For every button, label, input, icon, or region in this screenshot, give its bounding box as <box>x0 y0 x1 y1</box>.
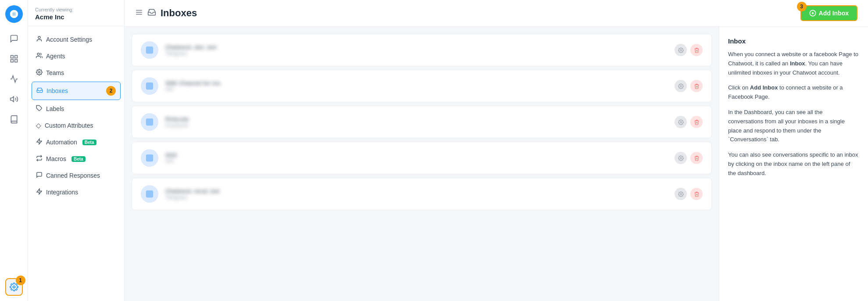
inbox-name: Pickcute <box>165 116 668 122</box>
add-inbox-wrapper: Add Inbox 3 <box>800 5 857 21</box>
inbox-settings-button[interactable] <box>675 152 687 164</box>
integrations-label: Integrations <box>46 189 78 196</box>
inbox-type: Telegram <box>165 50 668 57</box>
svg-rect-1 <box>11 56 13 58</box>
step-badge-1: 1 <box>16 276 25 285</box>
inbox-avatar <box>141 113 158 131</box>
inbox-name: GitX <box>165 152 668 158</box>
info-panel-p2: Click on Add Inbox to connect a website … <box>728 83 859 102</box>
svg-point-20 <box>680 49 681 50</box>
reports-rail-icon[interactable] <box>5 70 23 88</box>
add-inbox-button[interactable]: Add Inbox <box>800 5 857 21</box>
svg-rect-2 <box>14 56 17 58</box>
sidebar-item-teams[interactable]: Teams <box>32 65 121 81</box>
teams-label: Teams <box>46 69 64 76</box>
canned-responses-icon <box>36 172 43 179</box>
automation-badge: Beta <box>82 140 96 145</box>
campaigns-rail-icon[interactable] <box>5 90 23 108</box>
sidebar-item-inboxes[interactable]: Inboxes 2 <box>32 82 121 100</box>
svg-marker-11 <box>37 139 42 144</box>
sidebar-item-canned-responses[interactable]: Canned Responses <box>32 168 121 183</box>
inbox-title-icon <box>147 8 156 19</box>
sidebar-item-integrations[interactable]: Integrations <box>32 184 121 200</box>
inbox-settings-button[interactable] <box>675 80 687 92</box>
sidebar-item-labels[interactable]: Labels <box>32 101 121 117</box>
info-panel-title: Inbox <box>728 37 859 45</box>
info-panel-p3: In the Dashboard, you can see all the co… <box>728 108 859 144</box>
table-row: Chatwoot_local_bot Telegram <box>132 178 712 210</box>
sidebar-item-custom-attributes[interactable]: ◇ Custom Attributes <box>32 118 121 133</box>
inboxes-icon <box>36 87 43 95</box>
svg-point-22 <box>680 85 681 86</box>
inbox-name: Chatwoot_local_bot <box>165 188 668 194</box>
step-badge-3: 3 <box>797 2 807 11</box>
inbox-settings-button[interactable] <box>675 116 687 128</box>
teams-icon <box>36 69 43 77</box>
labels-label: Labels <box>46 105 64 112</box>
svg-point-28 <box>680 193 681 194</box>
inbox-actions <box>675 188 703 200</box>
automation-icon <box>36 138 43 146</box>
inbox-settings-button[interactable] <box>675 44 687 56</box>
inbox-avatar <box>141 149 158 167</box>
info-panel: Inbox When you connect a website or a fa… <box>719 27 868 301</box>
inbox-delete-button[interactable] <box>690 152 703 164</box>
svg-marker-12 <box>37 189 42 194</box>
menu-icon[interactable] <box>135 8 143 18</box>
inbox-delete-button[interactable] <box>690 44 703 56</box>
inbox-type: API <box>165 158 668 165</box>
svg-marker-5 <box>10 97 14 102</box>
macros-badge: Beta <box>71 156 86 162</box>
sidebar-navigation: Account Settings Agents Teams Inboxes 2 <box>28 26 124 205</box>
conversations-rail-icon[interactable] <box>5 30 23 47</box>
svg-point-8 <box>37 53 39 55</box>
inbox-type: Facebook <box>165 122 668 129</box>
inbox-actions <box>675 44 703 56</box>
automation-label: Automation <box>46 139 77 146</box>
inbox-info: SDK Channel for ios API <box>165 80 668 93</box>
table-row: GitX API <box>132 142 712 174</box>
info-panel-p4: You can also see conversations specific … <box>728 150 859 178</box>
macros-label: Macros <box>46 155 66 162</box>
settings-sidebar: Currently viewing: Acme Inc Account Sett… <box>28 0 125 301</box>
inbox-avatar <box>141 185 158 203</box>
inbox-avatar <box>141 77 158 95</box>
inboxes-label: Inboxes <box>46 87 68 94</box>
sidebar-item-macros[interactable]: Macros Beta <box>32 151 121 167</box>
labels-icon <box>36 105 43 113</box>
contacts-rail-icon[interactable] <box>5 50 23 68</box>
table-row: SDK Channel for ios API <box>132 70 712 102</box>
topbar: Inboxes Add Inbox 3 <box>125 0 868 27</box>
inbox-info: GitX API <box>165 152 668 165</box>
custom-attributes-label: Custom Attributes <box>45 122 93 129</box>
table-row: Pickcute Facebook <box>132 106 712 138</box>
inbox-list: Chatwoot_dev_bot Telegram SDK <box>125 27 719 301</box>
icon-rail: 1 <box>0 0 28 301</box>
inbox-name: SDK Channel for ios <box>165 80 668 86</box>
add-inbox-label: Add Inbox <box>819 10 849 17</box>
app-logo <box>5 5 23 23</box>
library-rail-icon[interactable] <box>5 111 23 128</box>
main-content: Inboxes Add Inbox 3 Chatwoot_dev_bot Tel… <box>125 0 868 301</box>
table-row: Chatwoot_dev_bot Telegram <box>132 34 712 66</box>
custom-attributes-icon: ◇ <box>36 122 41 129</box>
sidebar-header: Currently viewing: Acme Inc <box>28 0 124 26</box>
agents-label: Agents <box>46 53 65 60</box>
inbox-actions <box>675 116 703 128</box>
sidebar-item-automation[interactable]: Automation Beta <box>32 134 121 150</box>
macros-icon <box>36 155 43 163</box>
sidebar-item-account-settings[interactable]: Account Settings <box>32 32 121 47</box>
inbox-delete-button[interactable] <box>690 116 703 128</box>
sidebar-item-agents[interactable]: Agents <box>32 48 121 64</box>
viewing-label: Currently viewing: <box>35 7 117 12</box>
inbox-name: Chatwoot_dev_bot <box>165 44 668 50</box>
inbox-delete-button[interactable] <box>690 188 703 200</box>
integrations-icon <box>36 188 43 196</box>
inbox-delete-button[interactable] <box>690 80 703 92</box>
inbox-actions <box>675 80 703 92</box>
svg-point-6 <box>13 286 15 288</box>
agents-icon <box>36 52 43 60</box>
inbox-settings-button[interactable] <box>675 188 687 200</box>
svg-point-26 <box>680 157 681 158</box>
inbox-actions <box>675 152 703 164</box>
